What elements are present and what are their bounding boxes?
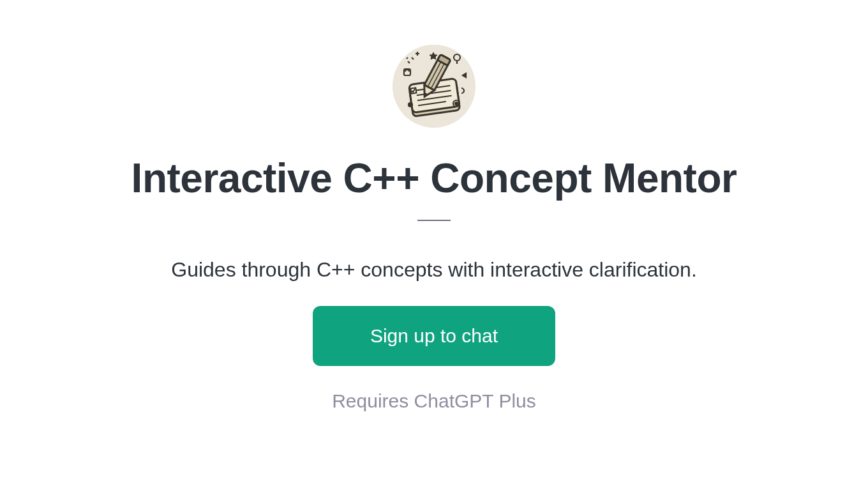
signup-button[interactable]: Sign up to chat — [313, 306, 555, 366]
page-subtitle: Guides through C++ concepts with interac… — [171, 258, 697, 282]
svg-point-14 — [408, 103, 412, 107]
title-divider — [417, 220, 451, 221]
requirement-note: Requires ChatGPT Plus — [332, 390, 536, 412]
svg-point-16 — [455, 102, 458, 105]
notebook-pencil-icon — [393, 45, 475, 128]
avatar — [393, 45, 475, 128]
page-title: Interactive C++ Concept Mentor — [131, 155, 737, 202]
